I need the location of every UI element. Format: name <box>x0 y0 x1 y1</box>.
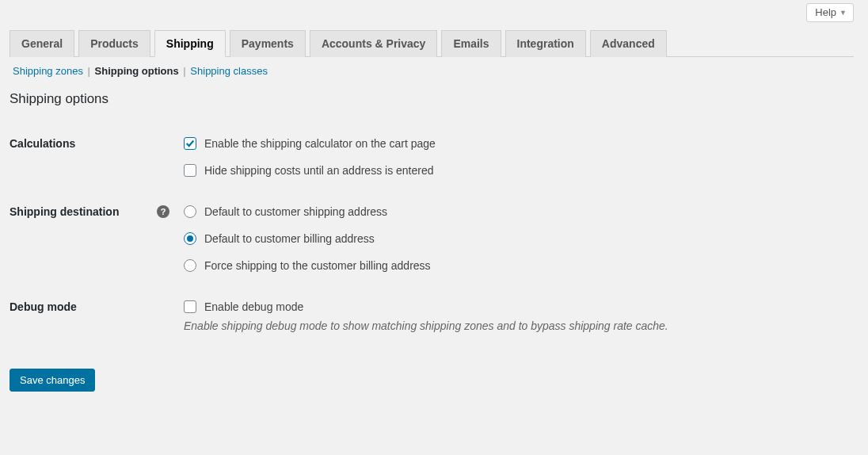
destination-force-label: Force shipping to the customer billing a… <box>204 259 431 272</box>
section-title: Shipping options <box>10 91 854 107</box>
tab-payments[interactable]: Payments <box>230 30 306 57</box>
help-icon[interactable]: ? <box>157 205 169 218</box>
calculations-label: Calculations <box>10 137 75 150</box>
save-changes-button[interactable]: Save changes <box>10 369 95 392</box>
chevron-down-icon: ▼ <box>839 9 847 17</box>
subnav-shipping-options[interactable]: Shipping options <box>95 65 179 77</box>
enable-debug-mode-checkbox[interactable] <box>184 300 196 313</box>
hide-shipping-costs-checkbox[interactable] <box>184 164 196 177</box>
tab-products[interactable]: Products <box>78 30 150 57</box>
tab-advanced[interactable]: Advanced <box>590 30 667 57</box>
shipping-subnav: Shipping zones | Shipping options | Ship… <box>13 65 854 77</box>
debug-mode-label: Debug mode <box>10 300 77 313</box>
enable-shipping-calculator-checkbox[interactable] <box>184 137 196 150</box>
hide-shipping-costs-label: Hide shipping costs until an address is … <box>204 164 434 177</box>
destination-force-radio[interactable] <box>184 259 196 272</box>
subnav-shipping-classes[interactable]: Shipping classes <box>190 65 268 77</box>
tab-emails[interactable]: Emails <box>441 30 501 57</box>
settings-tabs: General Products Shipping Payments Accou… <box>10 30 854 57</box>
help-button-label: Help <box>815 6 836 18</box>
enable-debug-mode-label: Enable debug mode <box>204 300 303 313</box>
subnav-separator: | <box>181 65 187 77</box>
subnav-shipping-zones[interactable]: Shipping zones <box>13 65 83 77</box>
subnav-separator: | <box>86 65 92 77</box>
debug-mode-description: Enable shipping debug mode to show match… <box>184 319 854 332</box>
help-button[interactable]: Help ▼ <box>806 3 854 22</box>
destination-shipping-label: Default to customer shipping address <box>204 205 387 218</box>
tab-shipping[interactable]: Shipping <box>154 30 226 57</box>
destination-billing-radio[interactable] <box>184 232 196 245</box>
shipping-destination-label: Shipping destination <box>10 205 119 218</box>
destination-shipping-radio[interactable] <box>184 205 196 218</box>
destination-billing-label: Default to customer billing address <box>204 232 375 245</box>
tab-accounts-privacy[interactable]: Accounts & Privacy <box>310 30 438 57</box>
tab-integration[interactable]: Integration <box>505 30 586 57</box>
tab-general[interactable]: General <box>10 30 74 57</box>
enable-shipping-calculator-label: Enable the shipping calculator on the ca… <box>204 137 436 150</box>
